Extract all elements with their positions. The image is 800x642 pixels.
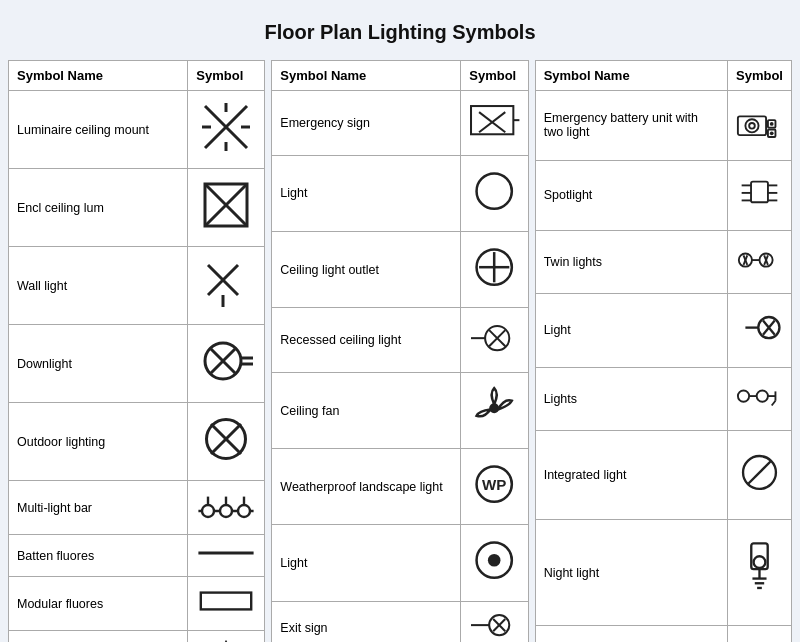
- table-row: Ceiling light outlet: [272, 232, 528, 308]
- symbol-cell: [461, 308, 528, 373]
- symbol-name: Wall light: [9, 247, 188, 325]
- table-2: Symbol Name Symbol Emergency sign Light: [271, 60, 528, 642]
- svg-rect-32: [471, 106, 513, 134]
- table-row: Multi-light bar: [9, 481, 265, 535]
- symbol-cell: [188, 577, 265, 631]
- symbol-name: Downlight: [9, 325, 188, 403]
- symbol-name: Luminaire ceiling mount: [9, 91, 188, 169]
- table2-header-name: Symbol Name: [272, 61, 461, 91]
- symbol-name: Emergency light: [9, 631, 188, 643]
- symbol-name: Multi-light bar: [9, 481, 188, 535]
- table1-header-symbol: Symbol: [188, 61, 265, 91]
- symbol-cell: [188, 325, 265, 403]
- symbol-name: Twin lights: [535, 230, 727, 293]
- symbol-cell: [728, 367, 792, 430]
- symbol-cell: [188, 481, 265, 535]
- table-row: Spotlight: [535, 160, 791, 230]
- table-row: Batten fluores: [9, 535, 265, 577]
- svg-point-83: [757, 391, 768, 402]
- symbol-cell: [728, 91, 792, 161]
- table-row: Outdoor lighting: [9, 403, 265, 481]
- symbol-cell: [461, 232, 528, 308]
- symbol-name: Emergency battery unit with two light: [535, 91, 727, 161]
- table-row: Louvers: [535, 625, 791, 642]
- symbol-name: Light: [535, 294, 727, 367]
- symbol-cell: [728, 625, 792, 642]
- page-title: Floor Plan Lighting Symbols: [264, 0, 535, 60]
- tables-container: Symbol Name Symbol Luminaire ceiling mou…: [0, 60, 800, 642]
- table-row: Lights: [535, 367, 791, 430]
- symbol-cell: WP: [461, 449, 528, 525]
- table-row: Twin lights: [535, 230, 791, 293]
- table1-header-name: Symbol Name: [9, 61, 188, 91]
- symbol-name: Weatherproof landscape light: [272, 449, 461, 525]
- svg-point-62: [770, 131, 774, 135]
- svg-point-57: [745, 119, 758, 132]
- symbol-name: Spotlight: [535, 160, 727, 230]
- table3-header-name: Symbol Name: [535, 61, 727, 91]
- symbol-name: Recessed ceiling light: [272, 308, 461, 373]
- symbol-cell: [461, 155, 528, 231]
- symbol-name: Light: [272, 155, 461, 231]
- svg-point-44: [491, 404, 499, 412]
- svg-point-48: [488, 554, 501, 567]
- symbol-name: Lights: [535, 367, 727, 430]
- table-row: Weatherproof landscape light WP: [272, 449, 528, 525]
- symbol-name: Encl ceiling lum: [9, 169, 188, 247]
- symbol-name: Emergency sign: [272, 91, 461, 156]
- symbol-cell: [728, 160, 792, 230]
- svg-line-86: [772, 401, 776, 406]
- table-row: Modular fluores: [9, 577, 265, 631]
- table2-header-symbol: Symbol: [461, 61, 528, 91]
- svg-point-81: [738, 391, 749, 402]
- symbol-name: Integrated light: [535, 430, 727, 519]
- table-row: Light: [272, 525, 528, 601]
- table-3: Symbol Name Symbol Emergency battery uni…: [535, 60, 792, 642]
- symbol-name: Batten fluores: [9, 535, 188, 577]
- table-row: Night light: [535, 520, 791, 625]
- symbol-cell: [188, 169, 265, 247]
- symbol-cell: [461, 91, 528, 156]
- table-row: Downlight: [9, 325, 265, 403]
- svg-rect-28: [201, 593, 251, 610]
- table-row: Emergency battery unit with two light: [535, 91, 791, 161]
- symbol-name: Louvers: [535, 625, 727, 642]
- svg-rect-63: [751, 182, 768, 203]
- table-row: Light: [272, 155, 528, 231]
- svg-point-36: [477, 173, 512, 208]
- symbol-name: Night light: [535, 520, 727, 625]
- symbol-name: Ceiling light outlet: [272, 232, 461, 308]
- table-row: Recessed ceiling light: [272, 308, 528, 373]
- symbol-name: Ceiling fan: [272, 373, 461, 449]
- svg-point-61: [770, 122, 774, 126]
- symbol-name: Exit sign: [272, 601, 461, 642]
- svg-point-23: [238, 505, 250, 517]
- symbol-cell: [188, 535, 265, 577]
- table-row: Emergency sign: [272, 91, 528, 156]
- table-1: Symbol Name Symbol Luminaire ceiling mou…: [8, 60, 265, 642]
- symbol-cell: [188, 247, 265, 325]
- svg-text:WP: WP: [482, 477, 506, 494]
- table-row: Luminaire ceiling mount: [9, 91, 265, 169]
- symbol-cell: [188, 91, 265, 169]
- table-row: Ceiling fan: [272, 373, 528, 449]
- symbol-cell: [188, 631, 265, 643]
- svg-line-88: [748, 461, 771, 484]
- symbol-name: Modular fluores: [9, 577, 188, 631]
- symbol-cell: [461, 373, 528, 449]
- symbol-name: Outdoor lighting: [9, 403, 188, 481]
- symbol-cell: [188, 403, 265, 481]
- symbol-name: Light: [272, 525, 461, 601]
- table-row: Integrated light: [535, 430, 791, 519]
- table-row: Light: [535, 294, 791, 367]
- symbol-cell: [461, 525, 528, 601]
- symbol-cell: [728, 294, 792, 367]
- table-row: Exit sign: [272, 601, 528, 642]
- symbol-cell: [728, 230, 792, 293]
- svg-point-90: [754, 556, 766, 568]
- table-row: Emergency light: [9, 631, 265, 643]
- symbol-cell: [728, 520, 792, 625]
- table-row: Wall light: [9, 247, 265, 325]
- svg-point-22: [220, 505, 232, 517]
- symbol-cell: [461, 601, 528, 642]
